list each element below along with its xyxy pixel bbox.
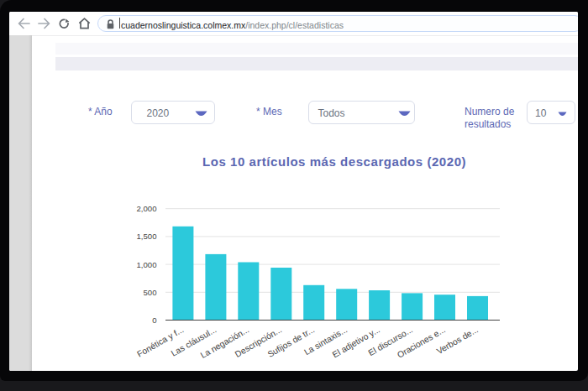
- svg-text:2,000: 2,000: [136, 204, 156, 213]
- svg-text:500: 500: [143, 288, 156, 297]
- svg-text:0: 0: [152, 315, 156, 325]
- svg-text:1,500: 1,500: [136, 232, 156, 241]
- svg-text:1,000: 1,000: [136, 260, 156, 269]
